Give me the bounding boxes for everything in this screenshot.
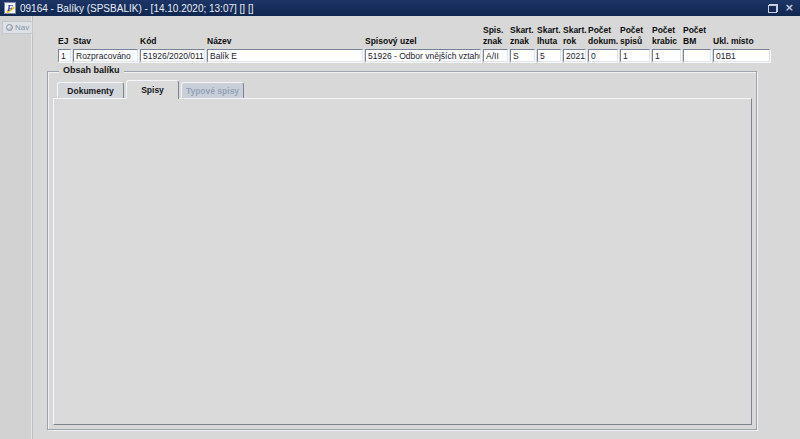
col-header-pocet-spisu: spisů <box>620 36 650 47</box>
app-window: F 09164 - Balíky (SPSBALIK) - [14.10.202… <box>0 0 800 439</box>
kod-field[interactable]: 51926/2020/011 <box>140 49 205 62</box>
skart-rok-field[interactable]: 2021 <box>563 49 586 62</box>
col-header: Počet <box>652 25 681 36</box>
col-header-ej: EJ <box>58 36 71 47</box>
tab-spisy[interactable]: Spisy <box>126 80 179 99</box>
spis-znak-field[interactable]: A/II <box>483 49 508 62</box>
ukl-misto-field[interactable]: 01B1 <box>713 49 770 62</box>
sidebar: Nav <box>0 16 33 439</box>
col-header-skart-znak: znak <box>510 36 535 47</box>
col-header: Skart. <box>563 25 586 36</box>
stav-field[interactable]: Rozpracováno <box>73 49 138 62</box>
pocet-bm-field[interactable] <box>683 49 711 62</box>
col-header-skart-lhuta: lhuta <box>537 36 561 47</box>
col-header-pocet-krabic: krabic <box>652 36 681 47</box>
col-header-skart-rok: rok <box>563 36 586 47</box>
restore-window-icon[interactable] <box>768 4 778 13</box>
oracle-forms-app-icon: F <box>4 2 16 14</box>
skart-lhuta-field[interactable]: 5 <box>537 49 561 62</box>
window-title: 09164 - Balíky (SPSBALIK) - [14.10.2020;… <box>20 3 764 14</box>
nazev-field[interactable]: Balík E <box>207 49 363 62</box>
col-header-spis-znak: znak <box>483 36 508 47</box>
col-header: Skart. <box>537 25 561 36</box>
package-table-header: EJ Stav Kód Název Spisový uzel Spis.znak… <box>58 20 770 47</box>
col-header-ukl-misto: Ukl. místo <box>713 36 770 47</box>
tab-typove-spisy: Typové spisy <box>181 82 244 99</box>
col-header: Skart. <box>510 25 535 36</box>
col-header: Počet <box>588 25 618 36</box>
col-header: Počet <box>620 25 650 36</box>
col-header-nazev: Název <box>207 36 363 47</box>
col-header-pocet-dokum: dokum. <box>588 36 618 47</box>
nav-button[interactable]: Nav <box>2 21 33 34</box>
col-header-spisovy-uzel: Spisový uzel <box>365 36 481 47</box>
spisy-tab-panel <box>53 98 752 425</box>
close-window-icon[interactable]: × <box>785 3 794 13</box>
col-header-pocet-bm: BM <box>683 36 711 47</box>
col-header-stav: Stav <box>73 36 138 47</box>
nav-icon <box>6 24 13 31</box>
title-bar[interactable]: F 09164 - Balíky (SPSBALIK) - [14.10.202… <box>0 0 800 16</box>
ej-field[interactable]: 1 <box>58 49 71 62</box>
package-row: 1 Rozpracováno 51926/2020/011 Balík E 51… <box>58 49 770 62</box>
window-controls: × <box>768 3 794 13</box>
app-icon-letter: F <box>7 4 13 13</box>
col-header-kod: Kód <box>140 36 205 47</box>
spisovy-uzel-field[interactable]: 51926 - Odbor vnějších vztahů <box>365 49 481 62</box>
nav-label: Nav <box>15 23 29 32</box>
groupbox-label: Obsah balíku <box>59 65 124 75</box>
col-header: Spis. <box>483 25 508 36</box>
pocet-dokum-field[interactable]: 0 <box>588 49 618 62</box>
col-header: Počet <box>683 25 711 36</box>
pocet-spisu-field[interactable]: 1 <box>620 49 650 62</box>
tab-dokumenty[interactable]: Dokumenty <box>57 82 124 99</box>
pocet-krabic-field[interactable]: 1 <box>652 49 681 62</box>
skart-znak-field[interactable]: S <box>510 49 535 62</box>
